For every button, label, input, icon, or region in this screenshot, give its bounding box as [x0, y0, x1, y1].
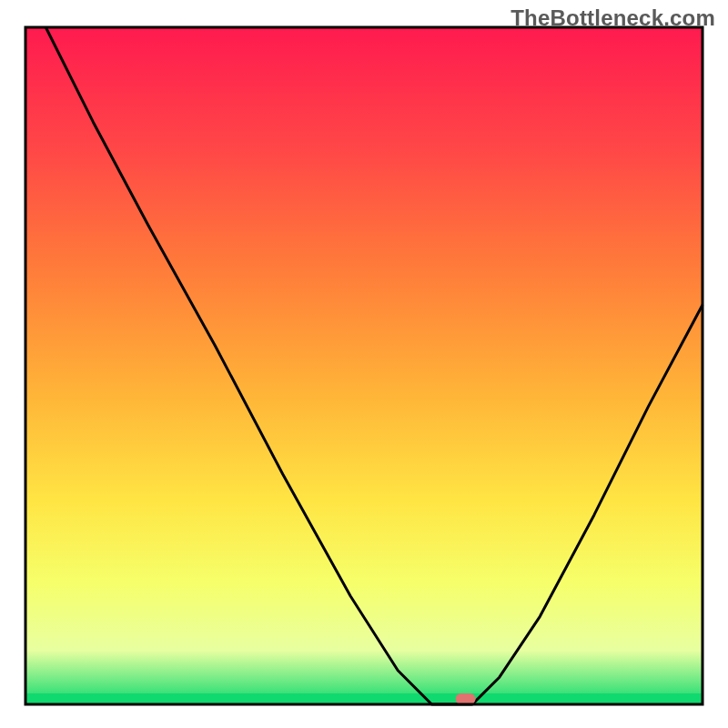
baseline-strip	[25, 693, 703, 704]
chart-container: TheBottleneck.com	[0, 0, 728, 728]
optimal-marker	[456, 693, 476, 704]
bottleneck-chart	[0, 0, 728, 728]
watermark-text: TheBottleneck.com	[511, 5, 715, 31]
plot-background	[25, 27, 703, 704]
